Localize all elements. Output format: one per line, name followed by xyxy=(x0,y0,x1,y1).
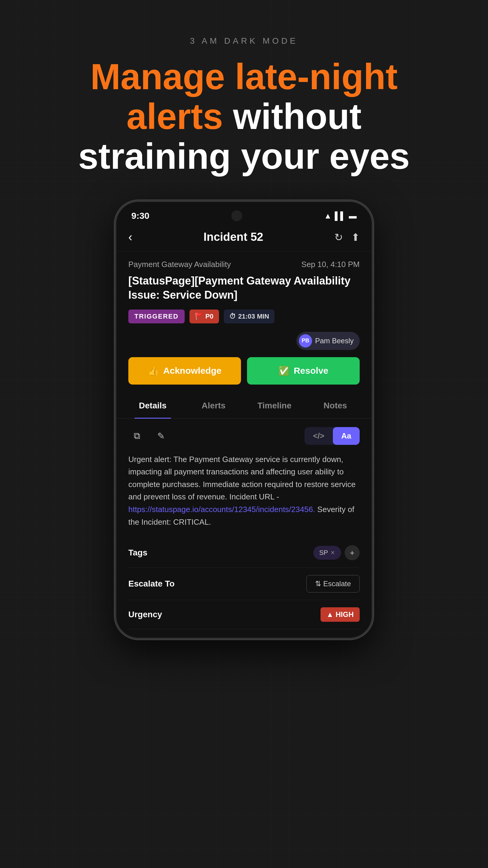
tab-details[interactable]: Details xyxy=(122,393,183,418)
description-text: Urgent alert: The Payment Gateway servic… xyxy=(128,453,360,529)
refresh-icon[interactable]: ↻ xyxy=(334,231,343,243)
action-buttons: 👍 Acknowledge ✅ Resolve xyxy=(116,357,372,393)
tabs: Details Alerts Timeline Notes xyxy=(116,393,372,418)
app-header: ‹ Incident 52 ↻ ⬆ xyxy=(116,224,372,251)
phone-frame: 9:30 ▲ ▌▌ ▬ ‹ Incident 52 ↻ ⬆ Payment Ga… xyxy=(115,200,373,640)
content-area: ⧉ ✎ </> Aa Urgent alert: The Payment Gat… xyxy=(116,418,372,638)
headline: Manage late-night alerts without straini… xyxy=(78,57,410,176)
escalate-row: Escalate To ⇅ Escalate xyxy=(128,568,360,600)
status-bar: 9:30 ▲ ▌▌ ▬ xyxy=(116,202,372,224)
signal-icon: ▌▌ xyxy=(335,211,346,221)
clock-icon: ⏱ xyxy=(229,313,236,320)
avatar-row: PB Pam Beesly xyxy=(128,332,360,350)
urgency-label: Urgency xyxy=(128,610,162,619)
incident-date: Sep 10, 4:10 PM xyxy=(301,260,360,269)
assignee-name: Pam Beesly xyxy=(315,337,354,345)
code-view-button[interactable]: </> xyxy=(304,427,333,445)
phone-wrapper: 9:30 ▲ ▌▌ ▬ ‹ Incident 52 ↻ ⬆ Payment Ga… xyxy=(115,200,373,640)
share-icon[interactable]: ⬆ xyxy=(351,231,360,243)
status-icons: ▲ ▌▌ ▬ xyxy=(324,211,357,221)
add-tag-button[interactable]: + xyxy=(345,545,360,560)
acknowledge-button[interactable]: 👍 Acknowledge xyxy=(128,357,241,384)
tag-label: SP xyxy=(319,549,328,557)
escalate-button[interactable]: ⇅ Escalate xyxy=(306,575,360,592)
tab-notes[interactable]: Notes xyxy=(305,393,366,418)
avatar: PB xyxy=(299,334,312,347)
incident-title: Incident 52 xyxy=(203,230,263,244)
copy-button[interactable]: ⧉ xyxy=(128,427,145,444)
tagline: 3 AM DARK MODE xyxy=(190,36,298,46)
flag-icon: 🚩 xyxy=(195,313,203,320)
badges-row: TRIGGERED 🚩 P0 ⏱ 21:03 MIN xyxy=(128,310,360,323)
text-view-button[interactable]: Aa xyxy=(333,427,360,445)
headline-part1: Manage late-night xyxy=(90,56,398,97)
tags-value: SP ✕ + xyxy=(313,545,360,560)
headline-part3: without xyxy=(223,96,361,136)
battery-icon: ▬ xyxy=(349,211,357,221)
tab-timeline[interactable]: Timeline xyxy=(244,393,305,418)
priority-badge: 🚩 P0 xyxy=(190,310,219,323)
incident-info: Payment Gateway Availability Sep 10, 4:1… xyxy=(116,251,372,350)
toolbar-left: ⧉ ✎ xyxy=(128,427,169,444)
header-icons: ↻ ⬆ xyxy=(334,231,360,243)
escalate-value: ⇅ Escalate xyxy=(306,575,360,592)
resolve-button[interactable]: ✅ Resolve xyxy=(247,357,360,384)
edit-button[interactable]: ✎ xyxy=(153,427,169,444)
headline-part4: straining your eyes xyxy=(78,136,410,176)
back-button[interactable]: ‹ xyxy=(128,230,132,244)
tags-label: Tags xyxy=(128,548,147,558)
view-toggle: </> Aa xyxy=(304,427,360,445)
camera-notch xyxy=(231,210,242,221)
remove-tag-button[interactable]: ✕ xyxy=(330,550,335,556)
tags-row: Tags SP ✕ + xyxy=(128,538,360,568)
incident-url-link[interactable]: https://statuspage.io/accounts/12345/inc… xyxy=(128,505,315,514)
time-badge: ⏱ 21:03 MIN xyxy=(224,310,275,323)
incident-subject: [StatusPage][Payment Gateway Availabilit… xyxy=(128,274,360,302)
incident-service: Payment Gateway Availability xyxy=(128,260,231,269)
wifi-icon: ▲ xyxy=(324,211,332,221)
thumbs-up-icon: 👍 xyxy=(148,366,159,376)
escalate-label: Escalate To xyxy=(128,579,175,589)
urgency-value: ▲ HIGH xyxy=(321,607,360,622)
tag-chip-sp: SP ✕ xyxy=(313,546,341,560)
assignee-chip[interactable]: PB Pam Beesly xyxy=(296,332,360,350)
status-badge: TRIGGERED xyxy=(128,310,185,323)
check-circle-icon: ✅ xyxy=(278,366,290,376)
toolbar-row: ⧉ ✎ </> Aa xyxy=(128,427,360,445)
status-time: 9:30 xyxy=(131,211,150,221)
urgency-row: Urgency ▲ HIGH xyxy=(128,600,360,629)
headline-part2: alerts xyxy=(127,96,223,136)
urgency-badge: ▲ HIGH xyxy=(321,607,360,622)
incident-meta: Payment Gateway Availability Sep 10, 4:1… xyxy=(128,260,360,269)
tab-alerts[interactable]: Alerts xyxy=(183,393,244,418)
